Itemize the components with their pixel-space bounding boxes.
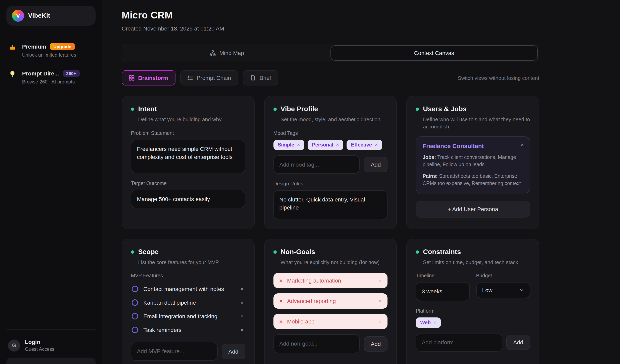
- upgrade-badge[interactable]: Upgrade: [50, 43, 75, 50]
- add-user-persona-button[interactable]: + Add User Persona: [416, 200, 530, 217]
- add-platform-input[interactable]: [416, 333, 502, 351]
- vibe-status-dot: [273, 107, 277, 111]
- feature-checkbox[interactable]: [132, 286, 138, 292]
- tab-context-canvas[interactable]: Context Canvas: [330, 45, 538, 61]
- add-non-goal-input[interactable]: [273, 334, 360, 353]
- mode-brainstorm-button[interactable]: Brainstorm: [122, 70, 175, 86]
- mode-bar: Brainstorm Prompt Chain Brief Switch vie…: [122, 70, 539, 86]
- login-item[interactable]: G Login Guest Access: [0, 333, 102, 357]
- feature-label: Email integration and tracking: [143, 313, 235, 320]
- vibe-subtitle: Set the mood, style, and aesthetic direc…: [280, 116, 388, 123]
- tab-mind-map[interactable]: Mind Map: [123, 45, 330, 61]
- feature-checkbox[interactable]: [132, 313, 138, 320]
- feature-checkbox[interactable]: [132, 300, 138, 306]
- platform-tags-list: Web×: [416, 317, 530, 328]
- budget-select[interactable]: Low: [476, 282, 530, 298]
- platform-tag[interactable]: Web×: [416, 317, 441, 328]
- mood-tag[interactable]: Personal×: [308, 139, 343, 150]
- feature-label: Contact management with notes: [143, 286, 235, 292]
- card-intent: Intent Define what you're building and w…: [122, 96, 254, 229]
- add-mvp-feature-button[interactable]: Add: [221, 344, 245, 359]
- mode-brief-button[interactable]: Brief: [243, 70, 279, 86]
- mind-map-icon: [210, 50, 216, 56]
- feature-checkbox[interactable]: [132, 327, 138, 333]
- mode-hint-text: Switch views without losing content: [458, 75, 539, 81]
- intent-status-dot: [131, 107, 134, 111]
- remove-tag-icon[interactable]: ×: [375, 142, 378, 148]
- created-timestamp: Created November 18, 2025 at 01:20 AM: [122, 25, 539, 32]
- remove-tag-icon[interactable]: ×: [336, 142, 339, 148]
- intent-subtitle: Define what you're building and why: [138, 116, 245, 123]
- intent-title: Intent: [138, 105, 157, 113]
- target-outcome-input[interactable]: [131, 190, 245, 208]
- premium-title: Premium: [22, 43, 46, 50]
- remove-feature-icon[interactable]: ×: [240, 327, 244, 333]
- remove-feature-icon[interactable]: ×: [240, 300, 244, 306]
- persona-jobs-value: Track client conversations, Manage pipel…: [423, 154, 516, 167]
- non-goal-label: Mobile app: [287, 318, 374, 325]
- remove-persona-icon[interactable]: ×: [520, 141, 524, 148]
- mood-tags-label: Mood Tags: [273, 130, 388, 136]
- sidebar-item-premium[interactable]: Premium Upgrade Unlock unlimited feature…: [0, 36, 102, 63]
- sidebar-bottom-divider: [6, 330, 95, 330]
- chevron-down-icon: [519, 288, 524, 293]
- remove-feature-icon[interactable]: ×: [240, 313, 244, 320]
- problem-statement-input[interactable]: Freelancers need simple CRM without comp…: [131, 139, 245, 173]
- tab-mind-map-label: Mind Map: [219, 50, 244, 56]
- remove-platform-icon[interactable]: ×: [434, 320, 436, 325]
- non-goal-item: × Marketing automation ×: [273, 273, 388, 288]
- non-goal-label: Advanced reporting: [287, 298, 374, 304]
- app-window: V VibeKit Premium Upgrade Unlock unlimit…: [0, 0, 620, 364]
- add-mood-tag-input[interactable]: [273, 155, 360, 174]
- context-canvas-grid: Intent Define what you're building and w…: [122, 96, 539, 364]
- card-users-jobs: Users & Jobs Define who will use this an…: [407, 96, 539, 229]
- timeline-input[interactable]: [416, 282, 470, 301]
- mood-tag-label: Effective: [351, 142, 372, 148]
- non-goal-x-icon: ×: [279, 298, 282, 304]
- timeline-label: Timeline: [416, 273, 470, 279]
- remove-non-goal-icon[interactable]: ×: [378, 298, 382, 304]
- remove-tag-icon[interactable]: ×: [297, 142, 300, 148]
- persona-card: × Freelance Consultant Jobs: Track clien…: [416, 136, 530, 193]
- mvp-features-list: Contact management with notes × Kanban d…: [131, 282, 245, 337]
- page-title: Micro CRM: [122, 10, 539, 21]
- constraints-title: Constraints: [423, 248, 461, 256]
- add-platform-button[interactable]: Add: [506, 335, 530, 350]
- lightbulb-icon: [8, 70, 17, 78]
- mode-brief-label: Brief: [260, 75, 271, 81]
- mvp-feature-row: Kanban deal pipeline ×: [131, 296, 245, 310]
- budget-value: Low: [482, 287, 492, 294]
- mood-tag[interactable]: Simple×: [273, 139, 304, 150]
- mood-tag[interactable]: Effective×: [347, 139, 382, 150]
- persona-jobs-label: Jobs:: [423, 154, 436, 160]
- scope-status-dot: [131, 250, 134, 254]
- design-rules-input[interactable]: No clutter, Quick data entry, Visual pip…: [273, 190, 388, 220]
- add-mood-tag-button[interactable]: Add: [364, 157, 388, 172]
- remove-feature-icon[interactable]: ×: [240, 286, 244, 292]
- list-icon: [187, 75, 193, 81]
- non-goal-x-icon: ×: [279, 318, 282, 325]
- sidebar-item-prompt-directory[interactable]: Prompt Dire... 260+ Browse 260+ AI promp…: [0, 63, 102, 90]
- scope-subtitle: List the core features for your MVP: [138, 259, 245, 266]
- logo-text: VibeKit: [28, 12, 50, 19]
- remove-non-goal-icon[interactable]: ×: [378, 277, 382, 284]
- card-vibe-profile: Vibe Profile Set the mood, style, and ae…: [264, 96, 397, 229]
- add-mvp-feature-input[interactable]: [131, 342, 217, 361]
- logo-card[interactable]: V VibeKit: [6, 6, 95, 26]
- non-goals-subtitle: What you're explicitly not building (for…: [280, 259, 388, 266]
- mvp-feature-row: Contact management with notes ×: [131, 282, 245, 296]
- platform-tag-label: Web: [420, 320, 431, 325]
- persona-pains: Pains: Spreadsheets too basic, Enterpris…: [423, 173, 523, 187]
- remove-non-goal-icon[interactable]: ×: [378, 318, 382, 325]
- login-title: Login: [25, 339, 54, 345]
- target-outcome-label: Target Outcome: [131, 180, 245, 186]
- non-goal-item: × Mobile app ×: [273, 314, 388, 329]
- tab-context-canvas-label: Context Canvas: [414, 50, 454, 56]
- prompt-count-badge: 260+: [63, 70, 80, 77]
- view-toggle: Mind Map Context Canvas: [122, 44, 539, 62]
- non-goals-list: × Marketing automation × × Advanced repo…: [273, 273, 388, 329]
- non-goals-status-dot: [273, 250, 277, 254]
- add-non-goal-button[interactable]: Add: [364, 336, 388, 351]
- non-goal-item: × Advanced reporting ×: [273, 294, 388, 309]
- mode-prompt-chain-button[interactable]: Prompt Chain: [180, 70, 238, 86]
